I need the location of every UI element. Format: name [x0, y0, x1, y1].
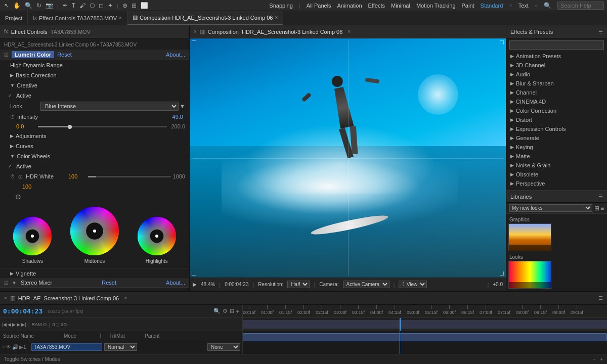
color-wheels-row[interactable]: ▼ Color Wheels — [0, 151, 189, 161]
select-tool[interactable]: ↖ — [3, 2, 10, 10]
stereo-reset[interactable]: Reset — [102, 280, 116, 286]
stereo-triangle[interactable]: ▼ — [12, 280, 17, 286]
comp-view-select[interactable]: 1 View — [399, 281, 427, 288]
effects-search-input[interactable] — [509, 40, 604, 50]
timeline-timecode[interactable]: 0:00:04:23 — [3, 307, 42, 315]
lumetri-checkbox[interactable]: ☑ — [4, 52, 9, 58]
effects-cinema4d[interactable]: ▶ CINEMA 4D — [506, 97, 607, 106]
hdr-white-slider[interactable] — [88, 176, 171, 177]
work-area-playhead[interactable] — [400, 318, 401, 331]
nav-standard[interactable]: Standard — [481, 3, 503, 9]
effects-3d-channel[interactable]: ▶ 3D Channel — [506, 61, 607, 70]
comp-tab-close[interactable]: × — [348, 29, 351, 34]
timeline-ruler[interactable]: 00:15f01:00f01:15f02:00f02:15f03:00f03:1… — [243, 305, 607, 318]
creative-row[interactable]: ▼ Creative — [0, 80, 189, 90]
tl-expand-btn[interactable]: ⊞ — [230, 308, 234, 314]
curves-row[interactable]: ▶ Curves — [0, 141, 189, 151]
comp-close[interactable]: × — [194, 29, 197, 34]
track-mode-select[interactable]: Normal — [104, 343, 137, 351]
eraser-tool[interactable]: ◻ — [98, 2, 105, 10]
basic-correction-row[interactable]: ▶ Basic Correction — [0, 70, 189, 80]
nav-snapping[interactable]: Snapping — [269, 3, 293, 9]
effects-blur-sharpen[interactable]: ▶ Blur & Sharpen — [506, 79, 607, 88]
tl-preview-btn[interactable]: ⊙ — [43, 322, 47, 327]
effects-distort[interactable]: ▶ Distort — [506, 115, 607, 124]
hdr-white-value[interactable]: 100 — [68, 173, 86, 179]
mask-tool[interactable]: ⊞ — [131, 2, 138, 10]
tl-switches-modes[interactable]: Toggle Switches / Modes — [4, 356, 60, 362]
effects-channel[interactable]: ▶ Channel — [506, 88, 607, 97]
comp-camera-select[interactable]: Active Camera — [343, 281, 389, 288]
nav-all-panels[interactable]: All Panels — [307, 3, 331, 9]
tl-motion-blur[interactable]: ◌ — [56, 322, 60, 327]
pen-tool[interactable]: ✒ — [62, 2, 69, 10]
work-area-bar[interactable] — [243, 318, 607, 331]
tl-next-key[interactable]: ▶| — [21, 322, 26, 327]
nav-animation[interactable]: Animation — [337, 3, 362, 9]
comp-zoom-display[interactable]: 48.4% — [201, 282, 215, 287]
search-bar[interactable] — [557, 2, 604, 10]
lumetri-about[interactable]: About... — [166, 52, 185, 58]
tl-search-btn[interactable]: 🔍 — [213, 308, 221, 314]
hand-tool[interactable]: ✋ — [12, 2, 22, 10]
effects-keying[interactable]: ▶ Keying — [506, 143, 607, 152]
tl-close[interactable]: × — [4, 295, 7, 301]
text-tool[interactable]: T — [71, 2, 76, 10]
creative-active-check[interactable]: ✓ — [8, 93, 12, 98]
nav-minimal[interactable]: Minimal — [391, 3, 410, 9]
track-parent-select[interactable]: None — [207, 343, 240, 351]
tl-add-btn[interactable]: + — [236, 308, 239, 314]
zoom-tool[interactable]: 🔍 — [24, 2, 33, 10]
puppet-tool[interactable]: ✦ — [107, 2, 114, 10]
nav-motion-tracking[interactable]: Motion Tracking — [416, 3, 456, 9]
libraries-dropdown[interactable]: My new looks — [509, 204, 592, 212]
lumetri-reset[interactable]: Reset — [57, 52, 72, 58]
vignette-row[interactable]: ▶ Vignette — [0, 268, 189, 278]
rotate-tool[interactable]: ↻ — [35, 2, 42, 10]
tl-prev-key[interactable]: |◀ — [2, 322, 7, 327]
lib-grid-view[interactable]: ⊞ — [594, 205, 599, 212]
tl-play[interactable]: ▶ — [12, 322, 16, 327]
anchor-tool[interactable]: ⊕ — [121, 2, 128, 10]
hdr-value2[interactable]: 100 — [22, 184, 40, 190]
camera-tool[interactable]: 📷 — [45, 2, 54, 10]
nav-paint[interactable]: Paint — [462, 3, 474, 9]
stereo-about[interactable]: About... — [166, 280, 185, 286]
nav-effects[interactable]: Effects — [368, 3, 385, 9]
tab-project[interactable]: Project — [0, 11, 28, 25]
tl-menu[interactable]: ☰ — [598, 295, 603, 301]
track-visibility[interactable]: 👁 — [6, 344, 11, 350]
comp-play-icon[interactable]: ▶ — [193, 282, 197, 287]
tl-ram-preview[interactable]: RAM — [32, 322, 42, 327]
intensity-value[interactable]: 49.0 — [172, 114, 183, 120]
effects-matte[interactable]: ▶ Matte — [506, 152, 607, 161]
shape-tool[interactable]: ⬜ — [140, 2, 149, 10]
tl-3d[interactable]: 3D — [61, 322, 67, 327]
effects-menu-icon[interactable]: ☰ — [598, 29, 603, 34]
look-dropdown[interactable]: Blue Intense — [40, 102, 179, 111]
comp-resolution-select[interactable]: Half — [287, 281, 310, 288]
libraries-menu[interactable]: ☰ — [598, 194, 603, 199]
comp-timecode-display[interactable]: 0:00:04:23 — [225, 282, 248, 287]
composition-viewport[interactable] — [190, 38, 506, 278]
lib-list-view[interactable]: ≡ — [600, 205, 604, 212]
track-collapse[interactable]: ▶ — [19, 344, 23, 350]
close-effect-controls[interactable]: × — [119, 15, 122, 21]
track-solo[interactable]: ○ — [2, 344, 5, 350]
tab-composition[interactable]: ▥ Composition HDR_AE_Screenshot-3 Linked… — [127, 11, 283, 25]
tab-effect-controls[interactable]: fx Effect Controls TA3A7853.MOV × — [28, 11, 127, 25]
track-clip-1[interactable] — [243, 333, 607, 341]
adjustments-row[interactable]: ▶ Adjustments — [0, 131, 189, 141]
intensity-stopwatch[interactable]: ⏱ — [10, 114, 15, 120]
nav-text[interactable]: Text — [518, 3, 529, 9]
search-icon[interactable]: 🔍 — [543, 2, 552, 10]
desert-thumb[interactable] — [508, 223, 551, 251]
search-input[interactable] — [560, 3, 601, 9]
track-audio[interactable]: 🔊 — [12, 344, 18, 350]
effects-expression-controls[interactable]: ▶ Expression Controls — [506, 124, 607, 133]
effects-generate[interactable]: ▶ Generate — [506, 133, 607, 143]
tl-zoom-out[interactable]: − — [593, 356, 596, 362]
effects-noise-grain[interactable]: ▶ Noise & Grain — [506, 161, 607, 170]
intensity-slider[interactable] — [38, 126, 167, 127]
looks-thumb[interactable] — [508, 261, 551, 289]
